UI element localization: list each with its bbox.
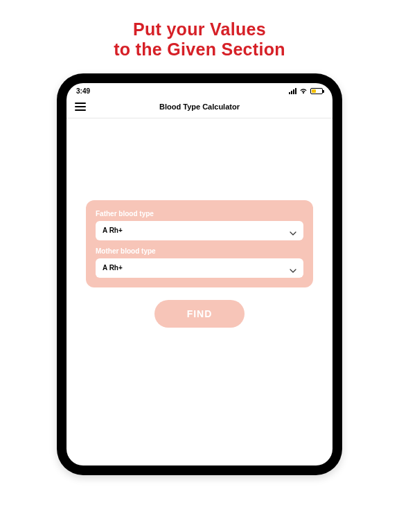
mother-select-value: A Rh+ (103, 264, 123, 272)
father-label: Father blood type (96, 210, 303, 218)
main-content: Father blood type A Rh+ Mother blood typ… (66, 118, 332, 328)
promo-line-2: to the Given Section (0, 39, 399, 60)
status-indicators (289, 88, 323, 94)
page-title: Blood Type Calculator (159, 103, 240, 111)
input-card: Father blood type A Rh+ Mother blood typ… (86, 200, 313, 287)
mother-label: Mother blood type (96, 247, 303, 255)
find-button[interactable]: FIND (154, 300, 245, 328)
menu-icon[interactable] (75, 103, 86, 111)
chevron-down-icon (290, 227, 296, 234)
battery-icon (310, 88, 323, 94)
father-select-value: A Rh+ (103, 227, 123, 234)
status-bar: 3:49 (66, 83, 332, 96)
app-header: Blood Type Calculator (66, 96, 332, 118)
status-time: 3:49 (76, 87, 90, 95)
tablet-screen: 3:49 Blood Type Calculator Fathe (66, 83, 332, 466)
chevron-down-icon (290, 265, 296, 272)
wifi-icon (299, 88, 308, 94)
tablet-frame: 3:49 Blood Type Calculator Fathe (57, 73, 342, 475)
signal-icon (289, 88, 296, 94)
promo-line-1: Put your Values (0, 19, 399, 39)
promo-headline: Put your Values to the Given Section (0, 0, 399, 73)
mother-blood-type-select[interactable]: A Rh+ (96, 258, 303, 278)
father-blood-type-select[interactable]: A Rh+ (96, 221, 303, 240)
